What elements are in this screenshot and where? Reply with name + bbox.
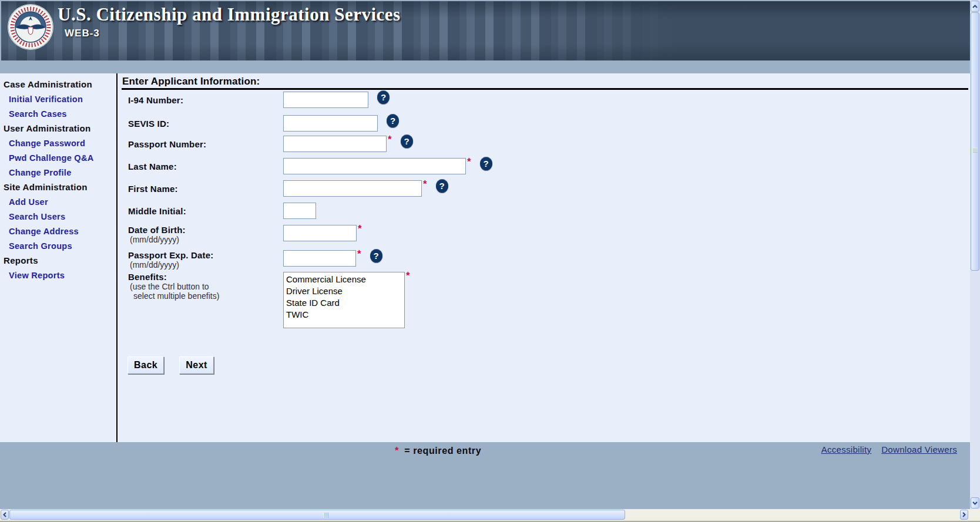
first_name-row: First Name:*? — [118, 180, 448, 197]
header-banner: U.S. Citizenship and Immigration Service… — [0, 0, 970, 60]
back-button[interactable]: Back — [127, 356, 164, 374]
i94-label: I-94 Number: — [128, 95, 283, 105]
horizontal-scrollbar[interactable] — [0, 509, 970, 520]
sidebar-item-search-groups[interactable]: Search Groups — [0, 238, 116, 253]
benefit-option-twic[interactable]: TWIC — [285, 309, 403, 321]
application-window: U.S. Citizenship and Immigration Service… — [0, 0, 980, 522]
scroll-down-button[interactable] — [971, 497, 979, 508]
form-buttons: Back Next — [127, 356, 214, 374]
benefit-option-driver-license[interactable]: Driver License — [285, 285, 403, 297]
last_name-label: Last Name: — [128, 161, 283, 171]
dob-label-cell: Date of Birth:(mm/dd/yyyy) — [118, 225, 283, 244]
title-underline — [122, 88, 968, 90]
required-asterisk: * — [357, 250, 361, 258]
vertical-scroll-thumb[interactable] — [971, 12, 979, 271]
middle_initial-row: Middle Initial: — [118, 203, 316, 219]
scroll-thumb-grip — [324, 513, 328, 518]
dob-input[interactable] — [283, 225, 357, 241]
benefits-label: Benefits: — [128, 272, 283, 282]
sidebar-item-add-user[interactable]: Add User — [0, 194, 116, 209]
first_name-label-cell: First Name: — [118, 184, 283, 194]
i94-input[interactable] — [283, 92, 368, 108]
header-divider-bar — [0, 60, 970, 73]
sidebar-item-initial-verification[interactable]: Initial Verification — [0, 92, 116, 106]
scroll-left-button[interactable] — [1, 510, 9, 520]
next-button[interactable]: Next — [179, 356, 214, 374]
last_name-input[interactable] — [283, 158, 466, 174]
chevron-left-icon — [3, 512, 6, 517]
required-asterisk: * — [467, 157, 471, 166]
first_name-input[interactable] — [283, 180, 422, 197]
passport-input[interactable] — [283, 136, 387, 152]
benefits-select[interactable]: Commercial LicenseDriver LicenseState ID… — [285, 274, 403, 326]
page-body: Case AdministrationInitial VerificationS… — [0, 73, 970, 442]
sidebar-item-search-users[interactable]: Search Users — [0, 209, 116, 224]
passport_exp-label-cell: Passport Exp. Date:(mm/dd/yyyy) — [118, 250, 283, 270]
chevron-up-icon — [972, 5, 978, 8]
sidebar-item-view-reports[interactable]: View Reports — [0, 268, 116, 282]
help-icon[interactable]: ? — [480, 157, 492, 170]
required-asterisk: * — [395, 445, 399, 457]
benefit-option-commercial-license[interactable]: Commercial License — [285, 274, 403, 285]
dob-format-hint: (mm/dd/yyyy) — [128, 235, 283, 244]
benefits-hint-line1: (use the Ctrl button to — [128, 282, 283, 291]
last_name-row: Last Name:*? — [118, 158, 492, 174]
scroll-right-button[interactable] — [960, 510, 968, 520]
dob-label: Date of Birth: — [128, 225, 283, 235]
help-icon[interactable]: ? — [436, 179, 448, 193]
footer-bar: * = required entry AccessibilityDownload… — [0, 442, 970, 509]
help-icon[interactable]: ? — [387, 114, 399, 127]
sidebar-item-pwd-challenge-q-a[interactable]: Pwd Challenge Q&A — [0, 150, 116, 165]
dob-row: Date of Birth:(mm/dd/yyyy)* — [118, 225, 362, 244]
accessibility-link[interactable]: Accessibility — [821, 444, 872, 454]
required-asterisk: * — [388, 135, 392, 144]
sidebar-item-search-cases[interactable]: Search Cases — [0, 106, 116, 121]
main-content: Enter Applicant Information: I-94 Number… — [116, 73, 970, 442]
scroll-up-button[interactable] — [971, 1, 979, 12]
benefits-label-cell: Benefits: (use the Ctrl button to select… — [118, 272, 283, 301]
passport_exp-label: Passport Exp. Date: — [128, 250, 283, 260]
passport-label-cell: Passport Number: — [118, 139, 283, 149]
sidebar-item-reports: Reports — [0, 253, 116, 268]
scrollbar-corner — [970, 509, 980, 520]
required-asterisk: * — [358, 224, 362, 233]
sidebar-item-change-password[interactable]: Change Password — [0, 136, 116, 150]
passport-row: Passport Number:*? — [118, 136, 413, 152]
i94-label-cell: I-94 Number: — [118, 95, 283, 105]
sevis-input[interactable] — [283, 115, 378, 132]
help-icon[interactable]: ? — [377, 90, 390, 104]
horizontal-scroll-thumb[interactable] — [9, 510, 625, 520]
download-viewers-link[interactable]: Download Viewers — [881, 444, 957, 454]
page-title: Enter Applicant Information: — [122, 76, 260, 87]
footer-links: AccessibilityDownload Viewers — [821, 444, 957, 454]
passport_exp-row: Passport Exp. Date:(mm/dd/yyyy)*? — [118, 250, 382, 270]
sidebar-item-site-administration: Site Administration — [0, 180, 116, 194]
required-asterisk: * — [423, 180, 427, 188]
required-entry-text: = required entry — [404, 446, 481, 456]
help-icon[interactable]: ? — [401, 134, 413, 148]
benefit-option-state-id-card[interactable]: State ID Card — [285, 297, 403, 309]
last_name-label-cell: Last Name: — [118, 161, 283, 171]
sidebar-item-change-address[interactable]: Change Address — [0, 224, 116, 238]
required-entry-note: * = required entry — [395, 445, 481, 457]
dhs-seal-logo — [7, 4, 54, 50]
chevron-right-icon — [962, 512, 966, 517]
i94-row: I-94 Number:? — [118, 92, 390, 108]
chevron-down-icon — [972, 501, 978, 505]
help-icon[interactable]: ? — [370, 249, 382, 262]
first_name-label: First Name: — [128, 184, 283, 194]
sidebar-item-change-profile[interactable]: Change Profile — [0, 165, 116, 180]
passport_exp-format-hint: (mm/dd/yyyy) — [128, 260, 283, 270]
benefits-listbox-frame: Commercial LicenseDriver LicenseState ID… — [283, 272, 405, 328]
passport_exp-input[interactable] — [283, 250, 356, 267]
sevis-row: SEVIS ID:? — [118, 115, 399, 132]
benefits-hint-line2: select multiple benefits) — [128, 291, 283, 301]
sevis-label-cell: SEVIS ID: — [118, 119, 283, 129]
vertical-scrollbar[interactable] — [970, 0, 980, 509]
middle_initial-input[interactable] — [283, 203, 316, 219]
passport-label: Passport Number: — [128, 139, 283, 149]
benefits-row: Benefits: (use the Ctrl button to select… — [118, 272, 410, 328]
sidebar-item-case-administration: Case Administration — [0, 77, 116, 92]
sevis-label: SEVIS ID: — [128, 119, 283, 129]
required-asterisk: * — [406, 271, 410, 280]
